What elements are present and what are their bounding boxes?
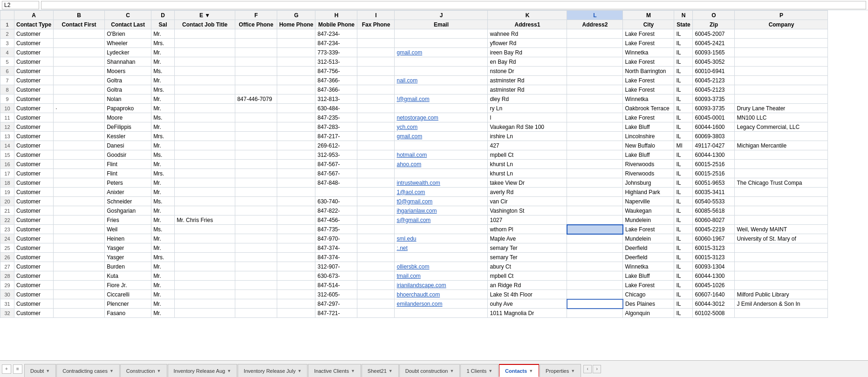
cell-F20[interactable] xyxy=(235,197,277,206)
cell-K15[interactable]: mpbell Ct xyxy=(488,150,567,160)
cell-M16[interactable]: Riverwoods xyxy=(623,160,674,169)
cell-J32[interactable] xyxy=(395,309,488,318)
cell-E8[interactable] xyxy=(175,85,235,94)
cell-P14[interactable]: Michigan Mercantile xyxy=(735,141,828,150)
cell-M8[interactable]: Lake Forest xyxy=(623,85,674,94)
cell-H19[interactable] xyxy=(315,188,357,197)
cell-D23[interactable]: Ms. xyxy=(151,225,175,234)
cell-G4[interactable] xyxy=(277,48,315,57)
cell-C9[interactable]: Nolan xyxy=(105,94,151,104)
cell-N5[interactable]: IL xyxy=(674,57,693,67)
cell-P3[interactable] xyxy=(735,39,828,48)
cell-A24[interactable]: Customer xyxy=(14,234,54,243)
cell-H10[interactable]: 630-484- xyxy=(315,104,357,113)
cell-I4[interactable] xyxy=(357,48,395,57)
field-header-O[interactable]: Zip xyxy=(693,20,735,29)
cell-P32[interactable] xyxy=(735,309,828,318)
cell-A4[interactable]: Customer xyxy=(14,48,54,57)
cell-G18[interactable] xyxy=(277,178,315,188)
cell-D13[interactable]: Mrs. xyxy=(151,132,175,141)
cell-H20[interactable]: 630-740- xyxy=(315,197,357,206)
cell-B12[interactable] xyxy=(54,122,105,132)
cell-C17[interactable]: Flint xyxy=(105,169,151,178)
cell-A23[interactable]: Customer xyxy=(14,225,54,234)
cell-H9[interactable]: 312-813- xyxy=(315,94,357,104)
cell-L13[interactable] xyxy=(567,132,623,141)
cell-G11[interactable] xyxy=(277,113,315,122)
cell-K16[interactable]: khurst Ln xyxy=(488,160,567,169)
cell-P8[interactable] xyxy=(735,85,828,94)
cell-O13[interactable]: 60069-3803 xyxy=(693,132,735,141)
cell-H17[interactable]: 847-567- xyxy=(315,169,357,178)
cell-K23[interactable]: wthorn Pl xyxy=(488,225,567,234)
cell-K20[interactable]: van Cir xyxy=(488,197,567,206)
cell-M27[interactable]: Winnetka xyxy=(623,262,674,271)
cell-L4[interactable] xyxy=(567,48,623,57)
cell-A14[interactable]: Customer xyxy=(14,141,54,150)
cell-P9[interactable] xyxy=(735,94,828,104)
cell-M18[interactable]: Johnsburg xyxy=(623,178,674,188)
cell-O5[interactable]: 60045-3052 xyxy=(693,57,735,67)
cell-M19[interactable]: Highland Park xyxy=(623,188,674,197)
cell-L2[interactable] xyxy=(567,29,623,39)
cell-G32[interactable] xyxy=(277,309,315,318)
cell-O22[interactable]: 60060-8027 xyxy=(693,215,735,225)
cell-D26[interactable]: Mrs. xyxy=(151,253,175,262)
cell-H21[interactable]: 847-822- xyxy=(315,206,357,215)
cell-B15[interactable] xyxy=(54,150,105,160)
cell-M30[interactable]: Chicago xyxy=(623,290,674,299)
cell-K8[interactable]: astminster Rd xyxy=(488,85,567,94)
cell-G10[interactable] xyxy=(277,104,315,113)
cell-O15[interactable]: 60044-1300 xyxy=(693,150,735,160)
tab-sheet21[interactable]: Sheet21▼ xyxy=(362,364,399,377)
cell-D15[interactable]: Ms. xyxy=(151,150,175,160)
cell-J5[interactable] xyxy=(395,57,488,67)
email-link[interactable]: gmail.com xyxy=(396,49,422,56)
cell-E31[interactable] xyxy=(175,299,235,309)
cell-E9[interactable] xyxy=(175,94,235,104)
cell-E2[interactable] xyxy=(175,29,235,39)
cell-C30[interactable]: Ciccarelli xyxy=(105,290,151,299)
cell-O30[interactable]: 60607-1640 xyxy=(693,290,735,299)
cell-M7[interactable]: Lake Forest xyxy=(623,76,674,85)
field-header-M[interactable]: City xyxy=(623,20,674,29)
cell-M25[interactable]: Deerfield xyxy=(623,243,674,253)
cell-N14[interactable]: MI xyxy=(674,141,693,150)
tab-construction[interactable]: Construction▼ xyxy=(120,364,167,377)
cell-E13[interactable] xyxy=(175,132,235,141)
cell-O10[interactable]: 60093-3735 xyxy=(693,104,735,113)
cell-J3[interactable] xyxy=(395,39,488,48)
email-link[interactable]: :.net xyxy=(396,245,407,251)
cell-N13[interactable]: IL xyxy=(674,132,693,141)
cell-I17[interactable] xyxy=(357,169,395,178)
cell-N6[interactable]: IL xyxy=(674,67,693,76)
cell-E18[interactable] xyxy=(175,178,235,188)
cell-L7[interactable] xyxy=(567,76,623,85)
cell-D22[interactable]: Mr. xyxy=(151,215,175,225)
cell-C27[interactable]: Burden xyxy=(105,262,151,271)
cell-J16[interactable]: ahoo.com xyxy=(395,160,488,169)
cell-I22[interactable] xyxy=(357,215,395,225)
cell-E26[interactable] xyxy=(175,253,235,262)
cell-K3[interactable]: yflower Rd xyxy=(488,39,567,48)
cell-G5[interactable] xyxy=(277,57,315,67)
cell-B14[interactable] xyxy=(54,141,105,150)
cell-B8[interactable] xyxy=(54,85,105,94)
cell-C14[interactable]: Danesi xyxy=(105,141,151,150)
cell-E25[interactable] xyxy=(175,243,235,253)
email-link[interactable]: intrustwealth.com xyxy=(396,180,440,186)
cell-K4[interactable]: ireen Bay Rd xyxy=(488,48,567,57)
cell-F24[interactable] xyxy=(235,234,277,243)
cell-B4[interactable] xyxy=(54,48,105,57)
cell-I6[interactable] xyxy=(357,67,395,76)
cell-L15[interactable] xyxy=(567,150,623,160)
cell-L9[interactable] xyxy=(567,94,623,104)
cell-J4[interactable]: gmail.com xyxy=(395,48,488,57)
cell-A5[interactable]: Customer xyxy=(14,57,54,67)
cell-F5[interactable] xyxy=(235,57,277,67)
cell-P11[interactable]: MN100 LLC xyxy=(735,113,828,122)
cell-H23[interactable]: 847-735- xyxy=(315,225,357,234)
cell-H30[interactable]: 312-605- xyxy=(315,290,357,299)
cell-B18[interactable] xyxy=(54,178,105,188)
email-link[interactable]: nail.com xyxy=(396,77,417,84)
